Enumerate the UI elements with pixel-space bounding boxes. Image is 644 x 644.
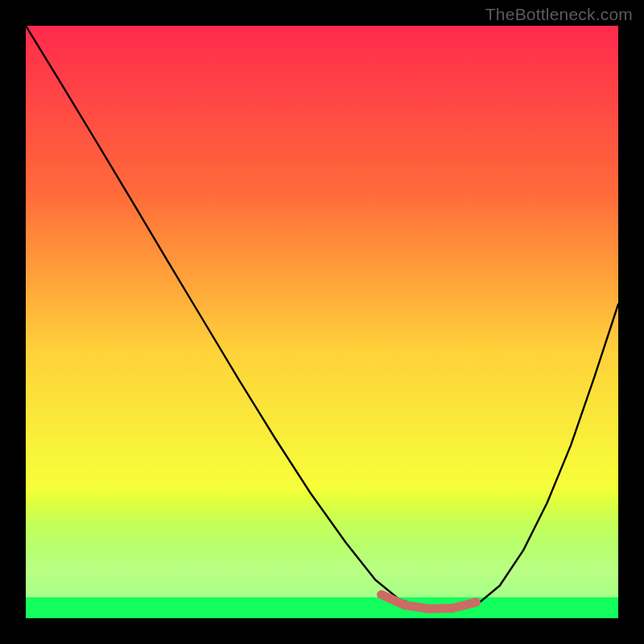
chart-frame: TheBottleneck.com [0,0,644,644]
plot-area [26,26,618,618]
bottleneck-curve [26,26,618,618]
attribution-label: TheBottleneck.com [485,5,633,24]
